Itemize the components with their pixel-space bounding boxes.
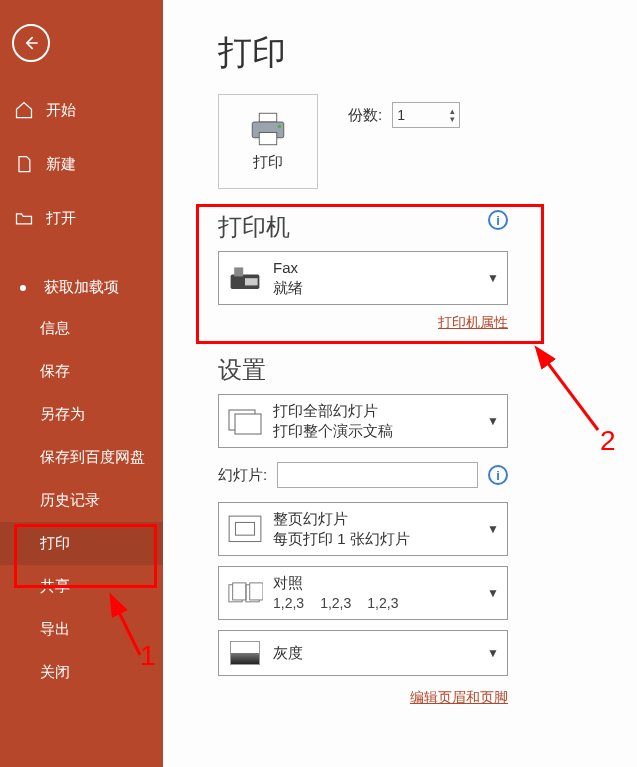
sidebar-item-label: 新建	[46, 155, 76, 174]
svg-rect-14	[250, 583, 263, 600]
layout-selector[interactable]: 整页幻灯片 每页打印 1 张幻灯片 ▼	[218, 502, 508, 556]
slides-input[interactable]	[277, 462, 478, 488]
svg-rect-5	[234, 267, 243, 276]
sidebar-item-open[interactable]: 打开	[0, 198, 163, 238]
sidebar-item-label: 打开	[46, 209, 76, 228]
sidebar-item-label: 获取加载项	[44, 278, 119, 297]
sidebar-item-label: 历史记录	[40, 491, 100, 510]
sidebar-item-save-baidu[interactable]: 保存到百度网盘	[0, 436, 163, 479]
collate-selector[interactable]: 对照 1,2,3 1,2,3 1,2,3 ▼	[218, 566, 508, 620]
svg-rect-8	[235, 414, 261, 434]
header-footer-link[interactable]: 编辑页眉和页脚	[410, 689, 508, 705]
sidebar-item-new[interactable]: 新建	[0, 144, 163, 184]
chevron-down-icon: ▼	[487, 414, 499, 428]
sidebar: 开始 新建 打开 获取加载项 信息 保存 另存为 保存到百度网盘 历史记录 打印…	[0, 0, 163, 767]
fax-icon	[227, 260, 263, 296]
collate-num: 1,2,3	[273, 593, 304, 613]
svg-rect-6	[245, 278, 258, 285]
sidebar-item-addins[interactable]: 获取加载项	[0, 268, 163, 307]
copies-value: 1	[397, 107, 405, 123]
scope-line1: 打印全部幻灯片	[273, 401, 487, 421]
printer-status: 就绪	[273, 278, 487, 298]
sidebar-item-label: 另存为	[40, 405, 85, 424]
info-icon[interactable]: i	[488, 465, 508, 485]
printer-selector[interactable]: Fax 就绪 ▼	[218, 251, 508, 305]
info-icon[interactable]: i	[488, 210, 508, 230]
arrow-left-icon	[21, 33, 41, 53]
scope-line2: 打印整个演示文稿	[273, 421, 487, 441]
svg-rect-9	[229, 516, 261, 541]
collate-num: 1,2,3	[367, 593, 398, 613]
svg-rect-10	[235, 523, 254, 536]
sidebar-item-label: 保存	[40, 362, 70, 381]
collate-line1: 对照	[273, 573, 487, 593]
printer-name: Fax	[273, 258, 487, 278]
slides-all-icon	[227, 403, 263, 439]
chevron-down-icon: ▼	[487, 586, 499, 600]
chevron-down-icon: ▼	[487, 646, 499, 660]
printer-properties-link[interactable]: 打印机属性	[438, 314, 508, 330]
color-selector[interactable]: 灰度 ▼	[218, 630, 508, 676]
copies-input[interactable]: 1 ▴▾	[392, 102, 460, 128]
sidebar-item-close[interactable]: 关闭	[0, 651, 163, 694]
sidebar-item-saveas[interactable]: 另存为	[0, 393, 163, 436]
chevron-down-icon: ▼	[487, 522, 499, 536]
print-button-label: 打印	[253, 153, 283, 172]
page-title: 打印	[218, 30, 597, 76]
sidebar-item-history[interactable]: 历史记录	[0, 479, 163, 522]
sidebar-item-label: 关闭	[40, 663, 70, 682]
sidebar-item-save[interactable]: 保存	[0, 350, 163, 393]
spinner-icon[interactable]: ▴▾	[450, 107, 455, 123]
grayscale-icon	[227, 635, 263, 671]
printer-section-title: 打印机	[218, 211, 290, 243]
layout-line2: 每页打印 1 张幻灯片	[273, 529, 487, 549]
svg-rect-2	[259, 133, 277, 145]
copies-label: 份数:	[348, 106, 382, 125]
sidebar-item-label: 保存到百度网盘	[40, 448, 145, 467]
svg-point-3	[278, 125, 282, 129]
file-icon	[14, 154, 34, 174]
sidebar-item-export[interactable]: 导出	[0, 608, 163, 651]
slides-label: 幻灯片:	[218, 466, 267, 485]
print-scope-selector[interactable]: 打印全部幻灯片 打印整个演示文稿 ▼	[218, 394, 508, 448]
back-button[interactable]	[12, 24, 50, 62]
layout-line1: 整页幻灯片	[273, 509, 487, 529]
sidebar-item-label: 信息	[40, 319, 70, 338]
chevron-down-icon: ▼	[487, 271, 499, 285]
settings-section-title: 设置	[218, 354, 597, 386]
full-page-icon	[227, 511, 263, 547]
sidebar-item-label: 开始	[46, 101, 76, 120]
sidebar-item-home[interactable]: 开始	[0, 90, 163, 130]
folder-open-icon	[14, 208, 34, 228]
svg-rect-12	[233, 583, 246, 600]
sidebar-item-print[interactable]: 打印	[0, 522, 163, 565]
collate-icon	[227, 575, 263, 611]
sidebar-item-label: 共享	[40, 577, 70, 596]
sidebar-item-label: 打印	[40, 534, 70, 553]
home-icon	[14, 100, 34, 120]
print-button[interactable]: 打印	[218, 94, 318, 189]
sidebar-item-share[interactable]: 共享	[0, 565, 163, 608]
main-panel: 打印 打印 份数: 1 ▴▾ 打印机 i Fax 就	[163, 0, 637, 767]
collate-num: 1,2,3	[320, 593, 351, 613]
sidebar-item-info[interactable]: 信息	[0, 307, 163, 350]
color-line1: 灰度	[273, 643, 487, 663]
printer-icon	[247, 111, 289, 147]
svg-rect-0	[259, 113, 277, 122]
sidebar-item-label: 导出	[40, 620, 70, 639]
